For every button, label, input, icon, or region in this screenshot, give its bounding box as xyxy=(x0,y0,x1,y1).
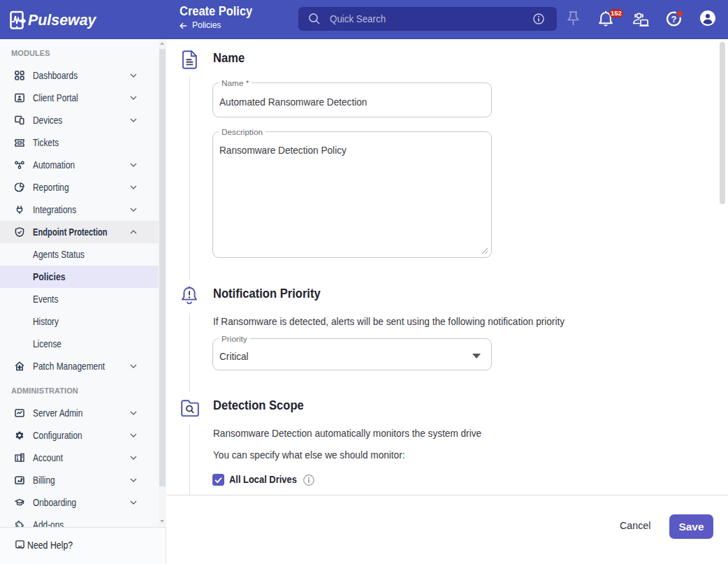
svg-text:?: ? xyxy=(671,14,677,24)
